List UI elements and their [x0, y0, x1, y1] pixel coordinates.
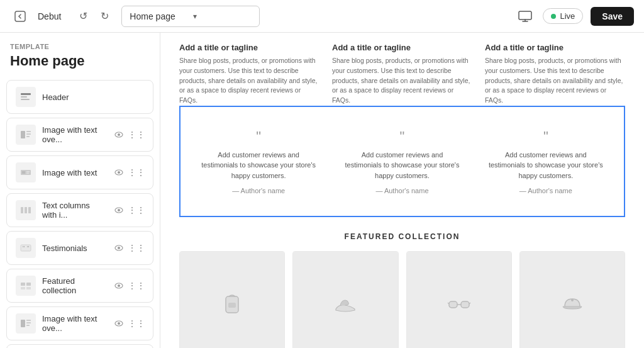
svg-rect-6: [26, 131, 31, 132]
svg-rect-47: [449, 301, 457, 308]
featured-collection-section: FEATURED COLLECTION Your product's name …: [160, 217, 644, 348]
testimonial-card-2: " Add customer reviews and testimonials …: [336, 122, 467, 201]
page-selector[interactable]: Home page ▾: [121, 6, 260, 27]
sidebar-item-label: Image with text ove...: [42, 125, 105, 144]
product-image: [180, 252, 284, 348]
text-cols-icon: [16, 200, 36, 220]
product-image: [407, 252, 511, 348]
text-col-body: Share blog posts, products, or promotion…: [332, 56, 472, 106]
item-actions: ⋮⋮: [111, 278, 144, 293]
visibility-toggle[interactable]: [111, 316, 126, 331]
item-actions: ⋮⋮: [111, 165, 144, 180]
testimonials-section[interactable]: " Add customer reviews and testimonials …: [179, 106, 625, 218]
template-label: TEMPLATE: [0, 33, 160, 53]
svg-rect-0: [15, 11, 25, 21]
svg-rect-17: [21, 207, 23, 213]
drag-handle[interactable]: ⋮⋮: [129, 127, 144, 142]
sidebar-item-label: Header: [42, 93, 144, 102]
product-card[interactable]: Your product's name £19.99: [179, 251, 285, 348]
svg-rect-3: [21, 96, 27, 98]
quote-icon: ": [343, 128, 461, 145]
sidebar-item-label: Image with text ove...: [42, 314, 105, 333]
testimonial-author: — Author's name: [487, 187, 605, 194]
svg-rect-19: [28, 207, 31, 213]
visibility-toggle[interactable]: [111, 165, 126, 180]
product-card[interactable]: Your product's name £19.99: [292, 251, 398, 348]
featured-icon: [16, 276, 36, 296]
svg-point-38: [118, 322, 120, 325]
item-actions: ⋮⋮: [111, 316, 144, 331]
drag-handle[interactable]: ⋮⋮: [129, 165, 144, 180]
svg-point-16: [118, 171, 120, 174]
item-actions: ⋮⋮: [111, 203, 144, 218]
svg-point-32: [118, 284, 120, 287]
sidebar-item-label: Text columns with i...: [42, 201, 105, 220]
back-button[interactable]: [10, 6, 30, 26]
svg-text:": ": [23, 245, 25, 251]
svg-rect-8: [26, 136, 30, 137]
svg-text:": ": [27, 245, 29, 251]
live-badge[interactable]: Live: [543, 8, 583, 24]
sidebar-item-header[interactable]: Header: [6, 80, 153, 114]
products-grid-row1: Your product's name £19.99 Your product'…: [179, 251, 625, 348]
sidebar-page-title: Home page: [0, 53, 160, 78]
svg-rect-7: [26, 133, 31, 135]
testimonial-text: Add customer reviews and testimonials to…: [487, 150, 605, 181]
text-col-title: Add a title or tagline: [179, 43, 319, 52]
visibility-toggle[interactable]: [111, 240, 126, 255]
visibility-toggle[interactable]: [111, 203, 126, 218]
topbar: Debut ↺ ↻ Home page ▾ Live Save: [0, 0, 644, 33]
product-card[interactable]: Your product's name £19.99: [406, 251, 512, 348]
undo-button[interactable]: ↺: [74, 7, 92, 26]
drag-handle[interactable]: ⋮⋮: [129, 278, 144, 293]
visibility-toggle[interactable]: [111, 127, 126, 142]
text-col-title: Add a title or tagline: [485, 43, 625, 52]
sidebar-item-testimonials[interactable]: " " Testimonials ⋮⋮: [6, 231, 153, 265]
drag-handle[interactable]: ⋮⋮: [129, 316, 144, 331]
svg-rect-35: [26, 322, 31, 323]
sidebar-item-label: Featured collection: [42, 276, 105, 295]
svg-rect-48: [461, 301, 469, 308]
sidebar-item-image-text-2[interactable]: Image with text ⋮⋮: [6, 155, 153, 189]
page-selector-value: Home page: [130, 11, 188, 21]
sidebar-item-label: Image with text: [42, 168, 105, 177]
svg-rect-28: [26, 283, 31, 286]
svg-point-21: [118, 209, 120, 211]
svg-rect-12: [22, 171, 25, 174]
monitor-icon[interactable]: [515, 6, 535, 26]
testimonial-text: Add customer reviews and testimonials to…: [343, 150, 461, 181]
svg-rect-13: [26, 171, 30, 172]
testimonial-card-3: " Add customer reviews and testimonials …: [480, 122, 611, 201]
save-button[interactable]: Save: [591, 7, 634, 26]
preview-content: Add a title or tagline Share blog posts,…: [160, 33, 644, 348]
sidebar-item-image-text-1[interactable]: Image with text ove... ⋮⋮: [6, 118, 153, 152]
svg-rect-36: [26, 325, 30, 326]
text-col-body: Share blog posts, products, or promotion…: [485, 56, 625, 106]
drag-handle[interactable]: ⋮⋮: [129, 203, 144, 218]
testimonials-grid: " Add customer reviews and testimonials …: [193, 122, 611, 201]
testimonial-card-1: " Add customer reviews and testimonials …: [193, 122, 324, 201]
header-icon: [16, 87, 36, 107]
sidebar-item-image-text-3[interactable]: Image with text ove... ⋮⋮: [6, 306, 153, 340]
sidebar-item-label: Testimonials: [42, 244, 105, 253]
svg-rect-27: [21, 283, 25, 286]
image-text-2-icon: [16, 162, 36, 182]
drag-handle[interactable]: ⋮⋮: [129, 240, 144, 255]
main-layout: TEMPLATE Home page Header: [0, 33, 644, 348]
text-col-2: Add a title or tagline Share blog posts,…: [332, 43, 472, 106]
chevron-down-icon: ▾: [193, 12, 252, 21]
redo-button[interactable]: ↻: [95, 7, 114, 26]
svg-rect-18: [25, 207, 27, 213]
svg-rect-30: [26, 287, 31, 289]
svg-rect-29: [21, 287, 25, 289]
svg-rect-14: [26, 173, 29, 174]
product-card[interactable]: Your product's name £19.99: [519, 251, 625, 348]
sidebar-item-text-columns[interactable]: Text columns with i... ⋮⋮: [6, 193, 153, 227]
svg-rect-4: [21, 99, 30, 100]
quote-icon: ": [199, 128, 318, 145]
featured-heading: FEATURED COLLECTION: [179, 232, 625, 241]
svg-rect-2: [21, 93, 31, 95]
visibility-toggle[interactable]: [111, 278, 126, 293]
sidebar-item-featured-collection[interactable]: Featured collection ⋮⋮: [6, 269, 153, 303]
sidebar-item-gallery[interactable]: Gallery ⋮⋮: [6, 344, 153, 348]
